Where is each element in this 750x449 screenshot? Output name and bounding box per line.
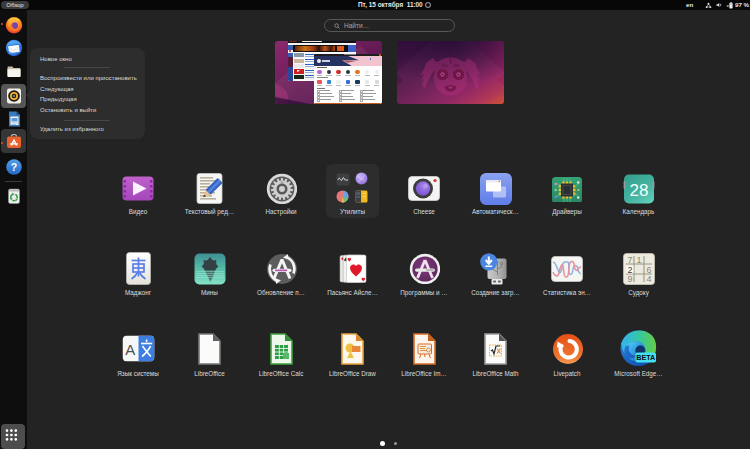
svg-text:7: 7 [627,254,632,264]
svg-text:9: 9 [627,274,632,284]
svg-text:2: 2 [627,264,632,274]
svg-text:A: A [125,341,135,358]
svg-text:6: 6 [646,264,651,274]
svg-text:28: 28 [629,180,648,199]
svg-text:BETA: BETA [636,353,655,362]
svg-text:?: ? [10,161,16,173]
svg-text:1: 1 [636,254,641,264]
svg-text:4: 4 [646,274,651,284]
